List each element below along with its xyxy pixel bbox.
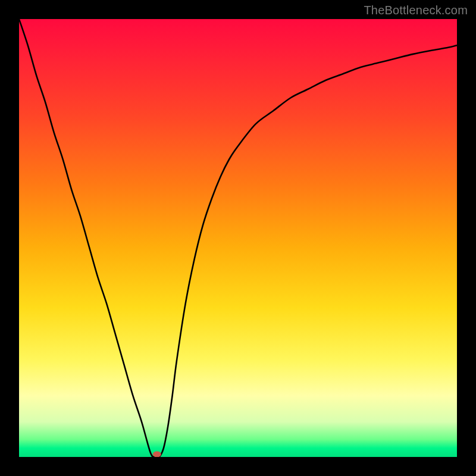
watermark-text: TheBottleneck.com bbox=[364, 4, 468, 17]
optimum-marker bbox=[153, 452, 161, 457]
curve-layer bbox=[19, 19, 457, 457]
chart-container: TheBottleneck.com bbox=[0, 0, 476, 476]
plot-area bbox=[19, 19, 457, 457]
bottleneck-curve bbox=[19, 19, 457, 457]
